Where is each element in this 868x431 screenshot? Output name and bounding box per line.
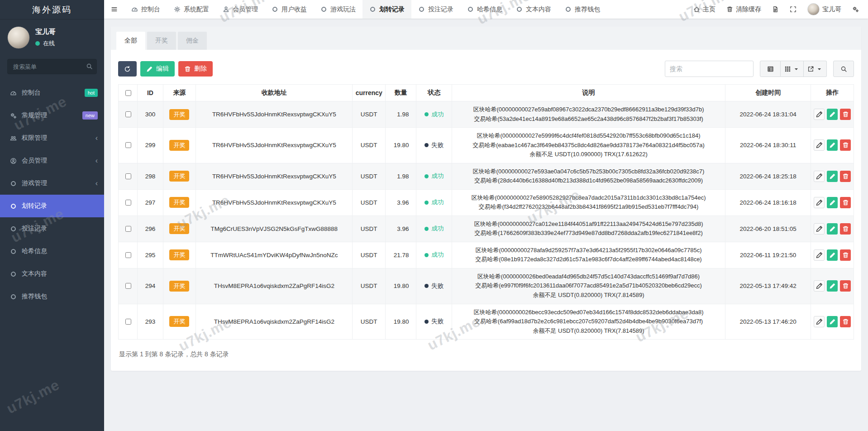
- sidebar-item-5[interactable]: 游戏管理‹: [0, 172, 104, 195]
- row-quick-edit-button[interactable]: [814, 171, 825, 182]
- fullscreen-button[interactable]: [784, 0, 802, 19]
- columns-dropdown-button[interactable]: [781, 61, 804, 77]
- edit-button[interactable]: 编辑: [140, 61, 175, 77]
- sidebar-item-6[interactable]: 划转记录: [0, 195, 104, 217]
- topnav-item-label: 文本内容: [526, 5, 551, 14]
- topnav-item-label: 会员管理: [233, 5, 258, 14]
- select-all-checkbox[interactable]: [125, 90, 131, 96]
- main-area: 控制台系统配置会员管理用户收益游戏玩法划转记录投注记录哈希信息文本内容推荐钱包 …: [104, 0, 868, 431]
- row-quick-edit-button[interactable]: [814, 139, 825, 151]
- row-edit-button[interactable]: [827, 316, 838, 327]
- row-delete-button[interactable]: [840, 223, 851, 235]
- sidebar-item-10[interactable]: 推荐钱包: [0, 285, 104, 308]
- status-badge: 失败: [424, 282, 444, 290]
- cell-created-at: 2022-05-13 17:49:42: [725, 268, 811, 304]
- cell-amount: 3.96: [385, 216, 416, 242]
- topnav-item-8[interactable]: 哈希信息: [460, 0, 509, 19]
- topnav-item-2[interactable]: 系统配置: [167, 0, 216, 19]
- tab-3[interactable]: 佣金: [178, 32, 207, 50]
- cell-id: 297: [138, 189, 163, 216]
- home-link[interactable]: 主页: [688, 0, 721, 19]
- row-checkbox[interactable]: [125, 252, 131, 258]
- search-button[interactable]: [833, 61, 854, 77]
- row-delete-button[interactable]: [840, 171, 851, 182]
- row-quick-edit-button[interactable]: [814, 197, 825, 208]
- settings-button[interactable]: [847, 0, 864, 19]
- row-edit-button[interactable]: [827, 197, 838, 208]
- row-quick-edit-button[interactable]: [814, 109, 825, 120]
- tab-2[interactable]: 开奖: [147, 32, 176, 50]
- account-menu[interactable]: 宝儿哥: [802, 0, 847, 19]
- sidebar-search-input[interactable]: [7, 59, 97, 74]
- circle-o-icon: [10, 225, 17, 232]
- clear-cache-link[interactable]: 清除缓存: [721, 0, 767, 19]
- refresh-icon: [124, 66, 131, 72]
- row-checkbox[interactable]: [125, 283, 131, 289]
- pen-icon: [816, 199, 823, 206]
- row-delete-button[interactable]: [840, 280, 851, 292]
- row-quick-edit-button[interactable]: [814, 280, 825, 292]
- sidebar-item-1[interactable]: 控制台hot: [0, 81, 104, 104]
- table-row: 300开奖TR6HVFbHv5SJdoHnmKtRexsvptwgCKXuY5U…: [119, 101, 854, 128]
- topnav-item-7[interactable]: 投注记录: [411, 0, 460, 19]
- sidebar-item-3[interactable]: 权限管理‹: [0, 127, 104, 149]
- row-edit-button[interactable]: [827, 223, 838, 235]
- row-delete-button[interactable]: [840, 316, 851, 327]
- source-badge: 开奖: [169, 109, 189, 120]
- pencil-icon: [146, 66, 153, 72]
- row-edit-button[interactable]: [827, 280, 838, 292]
- pen-icon: [816, 173, 823, 180]
- row-quick-edit-button[interactable]: [814, 316, 825, 327]
- pagination-toggle-button[interactable]: [760, 61, 781, 77]
- sidebar-item-4[interactable]: 会员管理‹: [0, 149, 104, 172]
- cell-source: 开奖: [163, 242, 196, 268]
- row-checkbox[interactable]: [125, 111, 131, 117]
- row-checkbox[interactable]: [125, 319, 131, 325]
- sidebar-item-9[interactable]: 文本内容: [0, 263, 104, 285]
- topnav-item-6[interactable]: 划转记录: [362, 0, 411, 19]
- tab-1[interactable]: 全部: [116, 32, 145, 50]
- topnav-item-5[interactable]: 游戏玩法: [314, 0, 362, 19]
- topnav-item-10[interactable]: 推荐钱包: [558, 0, 607, 19]
- export-dropdown-button[interactable]: [804, 61, 827, 77]
- menu-icon[interactable]: [104, 0, 124, 19]
- sidebar-item-2[interactable]: 常规管理new: [0, 104, 104, 127]
- topnav-item-4[interactable]: 用户收益: [265, 0, 314, 19]
- row-edit-button[interactable]: [827, 171, 838, 182]
- row-checkbox[interactable]: [125, 200, 131, 206]
- column-header: 状态: [416, 85, 452, 101]
- fullscreen-icon: [790, 6, 796, 13]
- row-checkbox[interactable]: [125, 173, 131, 179]
- row-checkbox[interactable]: [125, 142, 131, 148]
- delete-button[interactable]: 删除: [178, 61, 213, 77]
- row-delete-button[interactable]: [840, 249, 851, 261]
- row-delete-button[interactable]: [840, 197, 851, 208]
- row-delete-button[interactable]: [840, 139, 851, 151]
- document-button[interactable]: [767, 0, 784, 19]
- row-edit-button[interactable]: [827, 139, 838, 151]
- sidebar-item-8[interactable]: 哈希信息: [0, 240, 104, 263]
- dashboard-icon: [131, 6, 138, 13]
- cell-id: 295: [138, 242, 163, 268]
- search-icon: [840, 66, 847, 72]
- row-delete-button[interactable]: [840, 109, 851, 120]
- topnav-item-9[interactable]: 文本内容: [509, 0, 558, 19]
- avatar: [807, 3, 820, 15]
- row-edit-button[interactable]: [827, 249, 838, 261]
- status-badge: 成功: [424, 225, 444, 233]
- topnav-item-3[interactable]: 会员管理: [216, 0, 265, 19]
- row-checkbox[interactable]: [125, 226, 131, 232]
- row-quick-edit-button[interactable]: [814, 249, 825, 261]
- table-row: 299开奖TR6HVFbHv5SJdoHnmKtRexsvptwgCKXuY5U…: [119, 128, 854, 163]
- row-quick-edit-button[interactable]: [814, 223, 825, 235]
- search-icon[interactable]: [86, 63, 93, 70]
- cell-actions: [811, 101, 854, 128]
- pen-icon: [816, 252, 823, 259]
- sidebar-item-7[interactable]: 投注记录: [0, 217, 104, 240]
- cell-actions: [811, 216, 854, 242]
- topnav-item-1[interactable]: 控制台: [124, 0, 167, 19]
- refresh-button[interactable]: [118, 61, 137, 77]
- column-header: currency: [353, 85, 385, 101]
- row-edit-button[interactable]: [827, 109, 838, 120]
- table-search-input[interactable]: [665, 61, 754, 77]
